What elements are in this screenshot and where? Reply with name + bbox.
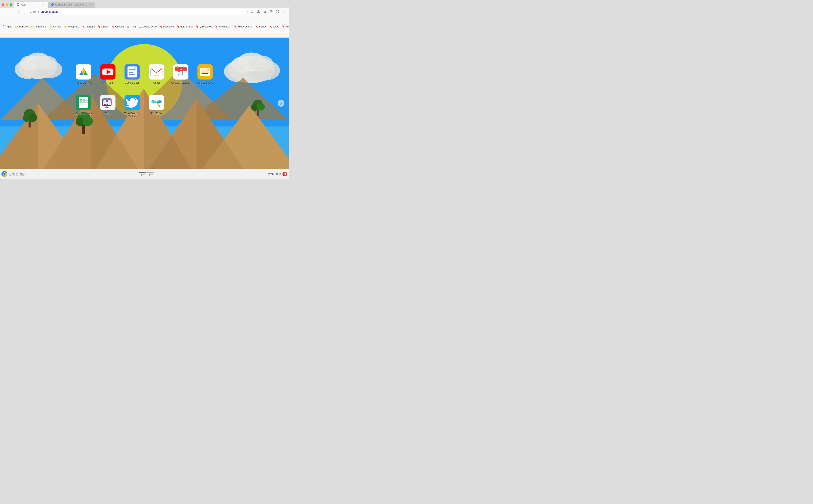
bookmark-kindle[interactable]: 🔖 Kindle KDP <box>214 25 232 29</box>
svg-point-112 <box>107 104 108 105</box>
bookmark-googledrive[interactable]: Google Drive <box>138 25 158 28</box>
settings-button[interactable]: ⋮ <box>281 9 286 14</box>
web-store-label: Web Store <box>268 172 281 176</box>
url-text: chrome://apps <box>41 10 58 13</box>
tab-close-apps[interactable]: ✕ <box>42 3 45 6</box>
cast-button[interactable]: ⬡ <box>249 9 255 14</box>
svg-point-111 <box>104 104 106 105</box>
svg-rect-16 <box>5 25 5 26</box>
svg-rect-89 <box>177 66 178 68</box>
bookmark-signin[interactable]: 🔖 Sign In <box>254 25 268 29</box>
svg-rect-90 <box>183 66 185 68</box>
bottom-bar: chrome Apps Apps Web Store <box>0 169 289 179</box>
app-flickr-label: Flickr <box>105 112 111 115</box>
app-google-drive[interactable]: Google Drive <box>72 63 95 92</box>
maximize-button[interactable] <box>10 3 12 6</box>
app-google-sheets[interactable]: Google Sheets <box>72 93 95 123</box>
chrome-label: Chrome <box>30 10 40 13</box>
address-bar-actions: ☆ <box>242 10 245 13</box>
bookmark-facebook[interactable]: 🔖 Facebook <box>158 25 175 29</box>
svg-rect-105 <box>83 101 85 102</box>
bookmark-wordpress[interactable]: 📁 Wordpress <box>63 25 80 29</box>
bookmark-apps[interactable]: Apps <box>2 25 13 28</box>
page-dot-1[interactable]: Apps <box>139 172 146 176</box>
web-store-icon <box>282 172 287 177</box>
chrome-label: chrome <box>9 171 25 177</box>
tab-favicon-apps <box>17 3 20 6</box>
svg-rect-76 <box>129 72 134 73</box>
chrome-logo: chrome <box>1 171 25 177</box>
svg-rect-102 <box>80 99 82 100</box>
tab-cardboard[interactable]: Cardboard Day - Chrome Web... ✕ <box>48 2 95 8</box>
app-google-calendar[interactable]: 31 31 Google Calendar <box>169 63 192 92</box>
tab-close-cardboard[interactable]: ✕ <box>89 3 92 6</box>
extensions-button[interactable] <box>275 9 280 14</box>
security-icon: ⚬ <box>26 10 29 13</box>
app-google-slides[interactable]: Google Slides <box>194 63 217 92</box>
svg-point-56 <box>29 113 37 122</box>
page-content: Google Drive YouTube <box>0 38 289 169</box>
bookmark-mmo[interactable]: 🔖 MMO-Champ <box>233 25 254 29</box>
dot-inactive <box>147 172 154 173</box>
bookmark-podcasting[interactable]: 📁 Podcasting <box>30 25 48 29</box>
google-slides-icon <box>198 64 213 79</box>
bookmark-kboards[interactable]: 🔖 Kboards <box>281 25 289 29</box>
svg-rect-74 <box>129 69 136 69</box>
svg-rect-1 <box>18 3 19 4</box>
svg-marker-19 <box>139 26 142 27</box>
back-button[interactable]: ‹ <box>2 9 8 14</box>
app-youtube-label: YouTube <box>103 81 113 84</box>
bookmarks-button[interactable]: ⊞ <box>262 9 267 14</box>
gmail-icon <box>149 64 164 79</box>
next-page-arrow[interactable]: › <box>278 100 284 107</box>
app-pixlr-label: Pixlr Editor <box>150 112 162 115</box>
bookmark-libsyn[interactable]: 🔖 Libsyn <box>97 25 110 29</box>
youtube-icon <box>100 64 116 79</box>
star-icon[interactable]: ☆ <box>242 10 245 13</box>
bookmark-gmail[interactable]: Gmail <box>125 25 138 28</box>
app-youtube[interactable]: YouTube <box>96 63 120 92</box>
bookmark-bjk[interactable]: 🔖 BJK cPanel <box>176 25 194 29</box>
forward-button[interactable]: › <box>9 9 15 14</box>
window-controls <box>2 3 12 7</box>
reload-button[interactable]: ↻ <box>16 9 22 14</box>
app-pixlr[interactable]: Pixlr Editor <box>145 93 168 123</box>
svg-rect-17 <box>3 27 4 27</box>
app-flickr[interactable]: flickr Flickr <box>96 93 120 123</box>
tab-title-apps: Apps <box>21 3 41 6</box>
svg-point-64 <box>257 103 265 111</box>
app-tweetdeck-label: TweetDeck by Twitter <box>122 112 142 118</box>
tab-bar: Apps ✕ Cardboard Day - Chrome Web... ✕ <box>14 2 287 8</box>
svg-rect-2 <box>17 5 18 6</box>
page-dot-2[interactable]: Apps <box>147 172 154 176</box>
bookmark-amazon[interactable]: 🔖 Amazon <box>110 25 125 29</box>
bookmark-flexjobs[interactable]: 🔖 Flexjobs <box>81 25 96 29</box>
bookmark-quickbooks[interactable]: 🔖 Quickbooks <box>195 25 213 29</box>
svg-rect-13 <box>276 12 277 13</box>
bookmark-wave[interactable]: 🔖 Wave <box>268 25 280 29</box>
svg-point-121 <box>4 173 5 175</box>
web-store-link[interactable]: Web Store <box>268 172 287 177</box>
google-docs-icon <box>125 64 140 79</box>
svg-rect-75 <box>129 71 136 71</box>
close-button[interactable] <box>2 3 4 6</box>
svg-rect-12 <box>278 10 279 11</box>
app-google-docs[interactable]: Google Docs <box>121 63 144 92</box>
google-calendar-icon: 31 31 <box>173 64 188 79</box>
bookmark-webdev[interactable]: 📁 WebDev <box>14 25 29 29</box>
toolbar: ‹ › ↻ ⚬ Chrome chrome://apps ☆ ⬡ ⊞ ⋮ <box>0 8 289 16</box>
profile-button[interactable] <box>256 9 261 14</box>
tab-apps[interactable]: Apps ✕ <box>14 2 48 8</box>
app-tweetdeck[interactable]: TweetDeck by Twitter <box>121 93 144 123</box>
svg-rect-18 <box>5 27 5 27</box>
minimize-button[interactable] <box>6 3 8 6</box>
tab-title-cardboard: Cardboard Day - Chrome Web... <box>55 3 88 6</box>
history-button[interactable] <box>268 9 274 14</box>
tweetdeck-icon <box>125 95 140 110</box>
bookmark-affiliate[interactable]: 📁 Affiliate <box>48 25 62 29</box>
address-bar[interactable]: ⚬ Chrome chrome://apps ☆ <box>24 9 248 14</box>
tab-favicon-cardboard <box>51 3 54 6</box>
app-gmail[interactable]: Gmail <box>145 63 168 92</box>
page-indicators: Apps Apps <box>139 172 154 176</box>
google-drive-icon <box>76 64 91 79</box>
